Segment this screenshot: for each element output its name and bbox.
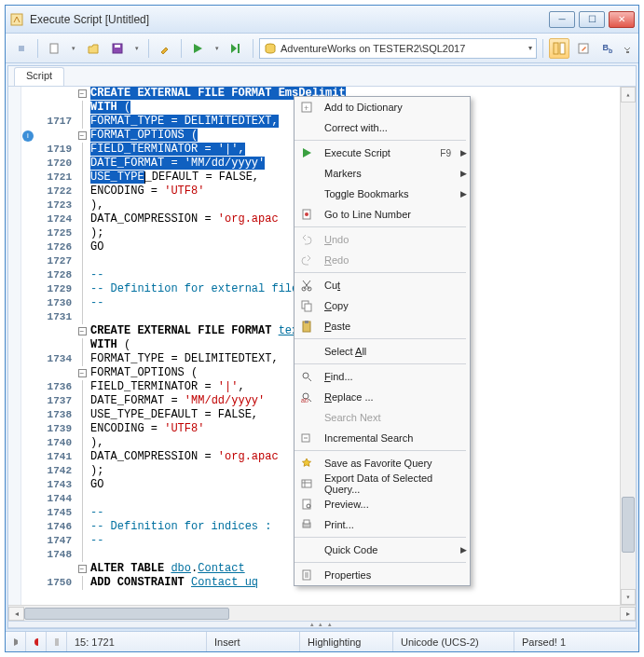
tab-script[interactable]: Script: [14, 67, 64, 86]
fold-gutter[interactable]: [75, 143, 89, 157]
fold-gutter[interactable]: [75, 226, 89, 240]
menu-item-correct-with[interactable]: Correct with...: [295, 117, 470, 138]
menu-item-markers[interactable]: Markers▶: [295, 163, 470, 184]
new-dropdown[interactable]: ▾: [68, 45, 79, 52]
status-stop-icon[interactable]: [47, 632, 67, 651]
menu-item-preview[interactable]: Preview...: [295, 494, 470, 514]
fold-gutter[interactable]: [75, 157, 89, 171]
menu-item-go-to-line-number[interactable]: Go to Line Number: [295, 204, 470, 225]
fold-gutter[interactable]: −: [75, 87, 89, 101]
status-bar: 15: 1721 Insert Highlighting Unicode (UC…: [6, 631, 638, 651]
fold-gutter[interactable]: [75, 380, 89, 394]
menu-item-properties[interactable]: Properties: [295, 565, 470, 585]
fold-gutter[interactable]: [75, 296, 89, 310]
menu-item-execute-script[interactable]: Execute ScriptF9▶: [295, 143, 470, 163]
minimize-button[interactable]: ─: [549, 11, 575, 28]
fold-gutter[interactable]: [75, 101, 89, 115]
fold-gutter[interactable]: [75, 548, 89, 562]
save-dropdown[interactable]: ▾: [131, 45, 143, 52]
scroll-down-icon[interactable]: ▾: [621, 589, 636, 605]
menu-item-paste[interactable]: Paste: [295, 316, 470, 336]
database-combo[interactable]: AdventureWorks on TESTER2\SQL2017 ▾: [259, 38, 537, 59]
menu-item-incremental-search[interactable]: Incremental Search: [295, 428, 470, 448]
fold-gutter[interactable]: [75, 338, 89, 352]
fold-gutter[interactable]: −: [75, 324, 89, 338]
menu-item-select-all[interactable]: Select All: [295, 341, 470, 362]
menu-item-replace[interactable]: abReplace ...: [295, 387, 470, 407]
fold-gutter[interactable]: [75, 478, 89, 492]
fold-gutter[interactable]: [75, 254, 89, 268]
menu-item-cut[interactable]: Cut: [295, 275, 470, 295]
svg-text:+: +: [304, 103, 308, 113]
combo-arrow-icon: ▾: [528, 44, 532, 52]
fold-gutter[interactable]: [75, 506, 89, 520]
menu-item-add-to-dictionary[interactable]: +Add to Dictionary: [295, 97, 470, 117]
horizontal-scrollbar[interactable]: ◂ ▸: [8, 605, 636, 621]
fold-gutter[interactable]: [75, 352, 89, 366]
menu-item-search-next: Search Next: [295, 407, 470, 428]
status-record-icon[interactable]: [26, 632, 47, 651]
undo-icon: [295, 234, 319, 245]
open-button[interactable]: [83, 38, 103, 59]
fold-gutter[interactable]: [75, 408, 89, 422]
fold-gutter[interactable]: [75, 394, 89, 408]
fold-gutter[interactable]: [75, 212, 89, 226]
status-run-icon[interactable]: [6, 632, 26, 651]
line-number: 1724: [34, 212, 75, 226]
fold-gutter[interactable]: −: [75, 129, 89, 143]
fold-gutter[interactable]: [75, 464, 89, 478]
line-number: 1723: [34, 198, 75, 212]
run-dropdown[interactable]: ▾: [212, 45, 223, 52]
fold-gutter[interactable]: [75, 576, 89, 590]
fold-gutter[interactable]: [75, 282, 89, 296]
splitter-handle[interactable]: ▴ ▴ ▴: [8, 621, 636, 628]
menu-item-print[interactable]: Print...: [295, 514, 470, 535]
fold-gutter[interactable]: [75, 422, 89, 436]
fold-gutter[interactable]: [75, 240, 89, 254]
fold-gutter[interactable]: [75, 171, 89, 185]
scroll-up-icon[interactable]: ▴: [621, 87, 636, 103]
menu-item-save-as-favorite-query[interactable]: Save as Favorite Query: [295, 453, 470, 473]
fold-gutter[interactable]: −: [75, 562, 89, 576]
fold-gutter[interactable]: [75, 115, 89, 129]
fold-gutter[interactable]: [75, 520, 89, 534]
toolbar-toggle-button[interactable]: [11, 38, 32, 59]
marker-cell: [21, 282, 34, 296]
context-menu: +Add to DictionaryCorrect with...Execute…: [294, 96, 471, 586]
fold-gutter[interactable]: [75, 534, 89, 548]
layout-button-1[interactable]: [549, 38, 569, 59]
menu-item-find[interactable]: Find...: [295, 366, 470, 387]
scroll-thumb[interactable]: [622, 497, 635, 553]
hscroll-thumb[interactable]: [24, 608, 229, 620]
fold-gutter[interactable]: −: [75, 366, 89, 380]
fold-gutter[interactable]: [75, 450, 89, 464]
wrench-button[interactable]: [155, 38, 175, 59]
more-dropdown[interactable]: [622, 43, 633, 54]
menu-item-quick-code[interactable]: Quick Code▶: [295, 540, 470, 560]
menu-item-label: Cut: [319, 280, 470, 291]
save-button[interactable]: [107, 38, 128, 59]
menu-item-label: Redo: [319, 254, 470, 266]
menu-item-copy[interactable]: Copy: [295, 295, 470, 316]
fold-gutter[interactable]: [75, 198, 89, 212]
goto-icon: [295, 208, 319, 221]
vertical-scrollbar[interactable]: ▴ ▾: [620, 87, 636, 605]
fold-gutter[interactable]: [75, 268, 89, 282]
hscroll-right-icon[interactable]: ▸: [620, 607, 636, 621]
fold-gutter[interactable]: [75, 185, 89, 198]
edit-button[interactable]: [573, 38, 594, 59]
close-button[interactable]: ✕: [609, 11, 635, 28]
run-step-button[interactable]: [226, 38, 247, 59]
fold-gutter[interactable]: [75, 310, 89, 324]
marker-cell: [21, 240, 34, 254]
menu-item-toggle-bookmarks[interactable]: Toggle Bookmarks▶: [295, 184, 470, 204]
fold-gutter[interactable]: [75, 492, 89, 506]
new-button[interactable]: [44, 38, 64, 59]
hscroll-left-icon[interactable]: ◂: [8, 607, 24, 621]
bb-button[interactable]: Bb: [597, 38, 618, 59]
run-button[interactable]: [187, 38, 208, 59]
menu-item-export-data-of-selected-query[interactable]: Export Data of Selected Query...: [295, 473, 470, 494]
fold-gutter[interactable]: [75, 436, 89, 450]
maximize-button[interactable]: ☐: [579, 11, 605, 28]
line-number: 1745: [34, 506, 75, 520]
